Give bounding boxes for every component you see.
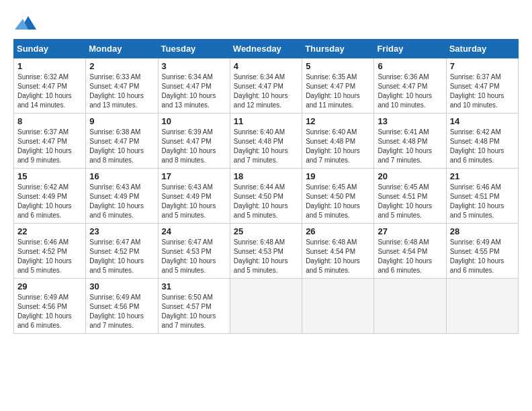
logo [13,13,36,32]
calendar-cell [230,279,302,334]
day-info: Sunrise: 6:38 AMSunset: 4:47 PMDaylight:… [89,128,154,165]
day-info: Sunrise: 6:42 AMSunset: 4:48 PMDaylight:… [450,128,515,165]
day-number: 21 [450,171,515,181]
day-number: 28 [450,226,515,236]
header-tuesday: Tuesday [158,40,230,58]
day-number: 3 [162,61,226,71]
logo-icon [15,13,36,32]
day-info: Sunrise: 6:36 AMSunset: 4:47 PMDaylight:… [378,73,442,110]
calendar-cell: 3Sunrise: 6:34 AMSunset: 4:47 PMDaylight… [158,58,230,113]
day-info: Sunrise: 6:49 AMSunset: 4:55 PMDaylight:… [450,238,515,275]
day-number: 29 [17,281,82,291]
calendar-week-2: 8Sunrise: 6:37 AMSunset: 4:47 PMDaylight… [14,113,519,169]
day-info: Sunrise: 6:48 AMSunset: 4:54 PMDaylight:… [306,238,370,275]
calendar-cell: 5Sunrise: 6:35 AMSunset: 4:47 PMDaylight… [302,58,374,113]
day-number: 6 [378,61,442,71]
calendar-cell: 27Sunrise: 6:48 AMSunset: 4:54 PMDayligh… [374,224,446,279]
day-number: 24 [162,226,226,236]
header-monday: Monday [86,40,158,58]
day-number: 14 [450,116,515,126]
header-wednesday: Wednesday [230,40,302,58]
calendar-week-3: 15Sunrise: 6:42 AMSunset: 4:49 PMDayligh… [14,169,519,224]
day-info: Sunrise: 6:47 AMSunset: 4:53 PMDaylight:… [162,238,226,275]
day-info: Sunrise: 6:34 AMSunset: 4:47 PMDaylight:… [234,73,298,110]
calendar-cell: 17Sunrise: 6:43 AMSunset: 4:49 PMDayligh… [158,169,230,224]
day-number: 23 [89,226,154,236]
calendar-cell: 12Sunrise: 6:40 AMSunset: 4:48 PMDayligh… [302,113,374,169]
day-info: Sunrise: 6:50 AMSunset: 4:57 PMDaylight:… [162,293,226,330]
day-info: Sunrise: 6:39 AMSunset: 4:47 PMDaylight:… [162,128,226,165]
calendar-cell: 23Sunrise: 6:47 AMSunset: 4:52 PMDayligh… [86,224,158,279]
calendar-cell: 4Sunrise: 6:34 AMSunset: 4:47 PMDaylight… [230,58,302,113]
day-number: 4 [234,61,298,71]
calendar-cell: 8Sunrise: 6:37 AMSunset: 4:47 PMDaylight… [14,113,86,169]
day-info: Sunrise: 6:40 AMSunset: 4:48 PMDaylight:… [306,128,370,165]
calendar-cell: 29Sunrise: 6:49 AMSunset: 4:56 PMDayligh… [14,279,86,334]
calendar: SundayMondayTuesdayWednesdayThursdayFrid… [13,39,519,334]
day-info: Sunrise: 6:34 AMSunset: 4:47 PMDaylight:… [162,73,226,110]
calendar-cell: 15Sunrise: 6:42 AMSunset: 4:49 PMDayligh… [14,169,86,224]
calendar-cell: 16Sunrise: 6:43 AMSunset: 4:49 PMDayligh… [86,169,158,224]
day-number: 8 [17,116,82,126]
calendar-cell: 28Sunrise: 6:49 AMSunset: 4:55 PMDayligh… [446,224,518,279]
day-info: Sunrise: 6:48 AMSunset: 4:53 PMDaylight:… [234,238,298,275]
calendar-cell: 22Sunrise: 6:46 AMSunset: 4:52 PMDayligh… [14,224,86,279]
day-number: 12 [306,116,370,126]
calendar-cell: 6Sunrise: 6:36 AMSunset: 4:47 PMDaylight… [374,58,446,113]
day-number: 25 [234,226,298,236]
calendar-cell: 10Sunrise: 6:39 AMSunset: 4:47 PMDayligh… [158,113,230,169]
calendar-cell [446,279,518,334]
calendar-cell: 18Sunrise: 6:44 AMSunset: 4:50 PMDayligh… [230,169,302,224]
day-info: Sunrise: 6:40 AMSunset: 4:48 PMDaylight:… [234,128,298,165]
calendar-cell: 26Sunrise: 6:48 AMSunset: 4:54 PMDayligh… [302,224,374,279]
header-sunday: Sunday [14,40,86,58]
day-info: Sunrise: 6:37 AMSunset: 4:47 PMDaylight:… [17,128,82,165]
header-saturday: Saturday [446,40,518,58]
day-number: 19 [306,171,370,181]
calendar-week-1: 1Sunrise: 6:32 AMSunset: 4:47 PMDaylight… [14,58,519,113]
day-number: 17 [162,171,226,181]
calendar-cell [374,279,446,334]
day-info: Sunrise: 6:35 AMSunset: 4:47 PMDaylight:… [306,73,370,110]
calendar-cell: 24Sunrise: 6:47 AMSunset: 4:53 PMDayligh… [158,224,230,279]
calendar-cell: 20Sunrise: 6:45 AMSunset: 4:51 PMDayligh… [374,169,446,224]
day-number: 1 [17,61,82,71]
calendar-cell: 2Sunrise: 6:33 AMSunset: 4:47 PMDaylight… [86,58,158,113]
header [13,13,519,32]
calendar-cell: 9Sunrise: 6:38 AMSunset: 4:47 PMDaylight… [86,113,158,169]
day-info: Sunrise: 6:46 AMSunset: 4:52 PMDaylight:… [17,238,82,275]
day-number: 27 [378,226,442,236]
day-info: Sunrise: 6:32 AMSunset: 4:47 PMDaylight:… [17,73,82,110]
day-info: Sunrise: 6:33 AMSunset: 4:47 PMDaylight:… [89,73,154,110]
day-number: 9 [89,116,154,126]
day-number: 11 [234,116,298,126]
day-number: 10 [162,116,226,126]
day-info: Sunrise: 6:49 AMSunset: 4:56 PMDaylight:… [17,293,82,330]
day-number: 13 [378,116,442,126]
calendar-cell: 11Sunrise: 6:40 AMSunset: 4:48 PMDayligh… [230,113,302,169]
day-info: Sunrise: 6:37 AMSunset: 4:47 PMDaylight:… [450,73,515,110]
calendar-cell: 31Sunrise: 6:50 AMSunset: 4:57 PMDayligh… [158,279,230,334]
calendar-cell: 13Sunrise: 6:41 AMSunset: 4:48 PMDayligh… [374,113,446,169]
day-info: Sunrise: 6:45 AMSunset: 4:50 PMDaylight:… [306,183,370,220]
day-number: 22 [17,226,82,236]
day-number: 15 [17,171,82,181]
calendar-cell: 1Sunrise: 6:32 AMSunset: 4:47 PMDaylight… [14,58,86,113]
calendar-week-4: 22Sunrise: 6:46 AMSunset: 4:52 PMDayligh… [14,224,519,279]
day-number: 5 [306,61,370,71]
day-info: Sunrise: 6:48 AMSunset: 4:54 PMDaylight:… [378,238,442,275]
calendar-cell: 7Sunrise: 6:37 AMSunset: 4:47 PMDaylight… [446,58,518,113]
day-number: 31 [162,281,226,291]
calendar-cell [302,279,374,334]
day-number: 16 [89,171,154,181]
day-info: Sunrise: 6:41 AMSunset: 4:48 PMDaylight:… [378,128,442,165]
calendar-cell: 25Sunrise: 6:48 AMSunset: 4:53 PMDayligh… [230,224,302,279]
day-info: Sunrise: 6:43 AMSunset: 4:49 PMDaylight:… [162,183,226,220]
day-number: 18 [234,171,298,181]
header-thursday: Thursday [302,40,374,58]
day-info: Sunrise: 6:49 AMSunset: 4:56 PMDaylight:… [89,293,154,330]
calendar-cell: 21Sunrise: 6:46 AMSunset: 4:51 PMDayligh… [446,169,518,224]
header-friday: Friday [374,40,446,58]
day-info: Sunrise: 6:44 AMSunset: 4:50 PMDaylight:… [234,183,298,220]
calendar-week-5: 29Sunrise: 6:49 AMSunset: 4:56 PMDayligh… [14,279,519,334]
